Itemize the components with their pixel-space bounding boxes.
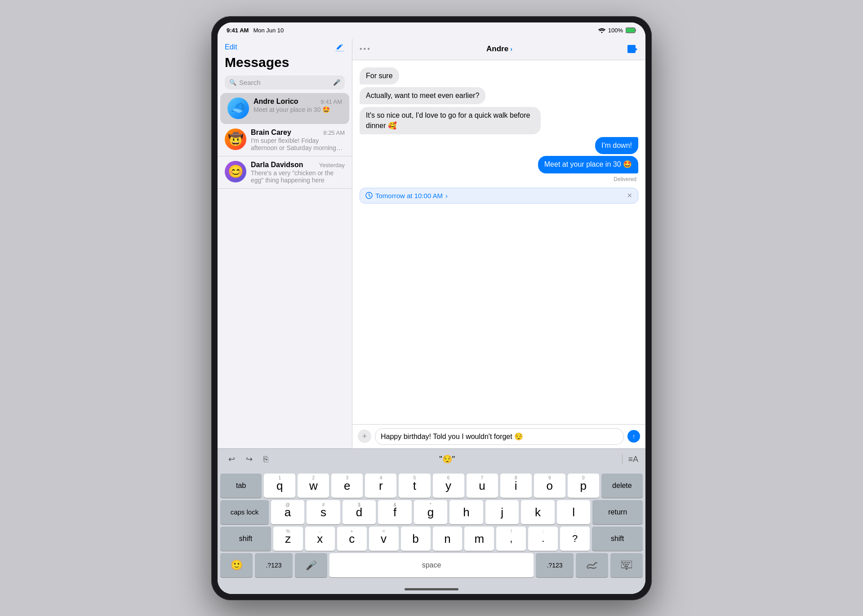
key-r[interactable]: 4r xyxy=(365,474,396,498)
conv-time-darla: Yesterday xyxy=(319,162,345,168)
key-g[interactable]: *g xyxy=(414,500,448,524)
key-m[interactable]: m xyxy=(464,527,494,551)
status-left: 9:41 AM Mon Jun 10 xyxy=(227,27,284,34)
chevron-right-icon: › xyxy=(510,45,512,53)
key-microphone[interactable]: 🎤 xyxy=(295,553,327,577)
key-delete[interactable]: delete xyxy=(601,474,643,498)
key-l[interactable]: l xyxy=(557,500,591,524)
key-i[interactable]: 8i xyxy=(500,474,532,498)
key-shift-right[interactable]: shift xyxy=(592,527,643,551)
key-shift-left[interactable]: shift xyxy=(220,527,271,551)
key-v[interactable]: =v xyxy=(369,527,399,551)
conversation-item-brain[interactable]: 🤠 Brain Carey 8:25 AM I'm super flexible… xyxy=(218,124,352,156)
compose-icon[interactable] xyxy=(335,42,345,52)
svg-rect-7 xyxy=(627,562,628,563)
search-placeholder: Search xyxy=(239,79,330,86)
key-q[interactable]: 1q xyxy=(264,474,295,498)
key-e[interactable]: 3e xyxy=(331,474,363,498)
message-input-box[interactable]: Happy birthday! Told you I wouldn't forg… xyxy=(375,428,624,445)
key-j[interactable]: j xyxy=(485,500,519,524)
status-time: 9:41 AM xyxy=(227,27,249,34)
keyboard-toolbar: ↩ ↪ ⎘ "😌" ≡A xyxy=(218,448,645,470)
avatar-brain: 🤠 xyxy=(225,129,246,150)
message-input-area: + Happy birthday! Told you I wouldn't fo… xyxy=(352,424,645,448)
key-w[interactable]: 2w xyxy=(298,474,329,498)
key-z[interactable]: %z xyxy=(273,527,303,551)
conversation-item-andre[interactable]: 🧢 Andre Lorico 9:41 AM Meet at your plac… xyxy=(220,93,349,124)
status-date: Mon Jun 10 xyxy=(253,27,284,34)
keyboard: tab 1q 2w 3e 4r 5t 6y 7u 8i 9o 0p delete… xyxy=(218,470,645,585)
key-d[interactable]: $d xyxy=(343,500,376,524)
svg-rect-11 xyxy=(627,564,629,565)
keyboard-icon xyxy=(621,561,632,570)
key-p[interactable]: 0p xyxy=(568,474,599,498)
attach-button[interactable]: + xyxy=(358,430,371,443)
video-call-icon[interactable] xyxy=(627,45,638,53)
key-a[interactable]: @a xyxy=(271,500,305,524)
delivered-label: Delivered xyxy=(614,176,638,182)
message-input-text[interactable]: Happy birthday! Told you I wouldn't forg… xyxy=(375,429,623,444)
key-u[interactable]: 7u xyxy=(467,474,498,498)
key-tab[interactable]: tab xyxy=(220,474,262,498)
conv-name-row: Andre Lorico 9:41 AM xyxy=(254,97,342,106)
key-c[interactable]: +c xyxy=(337,527,367,551)
search-bar[interactable]: 🔍 Search 🎤 xyxy=(225,75,345,89)
scheduled-chevron: › xyxy=(445,192,448,199)
ipad-screen: 9:41 AM Mon Jun 10 100% Edit xyxy=(218,22,645,594)
status-bar: 9:41 AM Mon Jun 10 100% xyxy=(218,22,645,39)
send-arrow-icon: ↑ xyxy=(632,433,636,440)
emoji-suggest-text: "😌" xyxy=(439,454,455,464)
key-keyboard-switch[interactable] xyxy=(610,553,643,577)
key-b[interactable]: b xyxy=(401,527,431,551)
main-content: Edit Messages 🔍 Search 🎤 xyxy=(218,39,645,448)
key-num123-left[interactable]: .?123 xyxy=(255,553,293,577)
key-o[interactable]: 9o xyxy=(534,474,565,498)
key-n[interactable]: n xyxy=(433,527,463,551)
scheduled-banner: Tomorrow at 10:00 AM › ✕ xyxy=(360,188,638,204)
key-colon-period[interactable]: :. xyxy=(528,527,558,551)
chat-header: ••• Andre › xyxy=(352,39,645,60)
svg-rect-12 xyxy=(624,566,628,567)
key-caps-lock[interactable]: caps lock xyxy=(220,500,269,524)
conv-info-andre: Andre Lorico 9:41 AM Meet at your place … xyxy=(254,97,342,113)
key-x[interactable]: -x xyxy=(305,527,335,551)
message-1: For sure xyxy=(360,67,399,84)
undo-button[interactable]: ↩ xyxy=(225,452,239,466)
key-s[interactable]: #s xyxy=(307,500,340,524)
mic-icon: 🎤 xyxy=(333,79,340,86)
key-emoji[interactable]: 🙂 xyxy=(220,553,253,577)
message-4: I'm down! xyxy=(595,137,638,154)
toolbar-divider xyxy=(622,454,623,465)
key-y[interactable]: 6y xyxy=(433,474,464,498)
conv-info-brain: Brain Carey 8:25 AM I'm super flexible! … xyxy=(251,129,345,151)
key-return[interactable]: return xyxy=(592,500,643,524)
send-button[interactable]: ↑ xyxy=(627,430,640,443)
messages-area: For sure Actually, want to meet even ear… xyxy=(352,60,645,424)
chat-contact-name[interactable]: Andre › xyxy=(486,44,512,53)
key-scribble[interactable] xyxy=(576,553,608,577)
key-question[interactable]: ;? xyxy=(560,527,590,551)
svg-rect-5 xyxy=(622,562,623,563)
home-bar xyxy=(218,585,645,594)
redo-button[interactable]: ↪ xyxy=(242,452,256,466)
edit-button[interactable]: Edit xyxy=(225,43,237,51)
toolbar-left: ↩ ↪ ⎘ xyxy=(225,452,272,466)
avatar-andre: 🧢 xyxy=(227,97,249,119)
conversation-item-darla[interactable]: 😊 Darla Davidson Yesterday There's a ver… xyxy=(218,156,352,189)
key-space[interactable]: space xyxy=(329,553,534,577)
clipboard-button[interactable]: ⎘ xyxy=(260,453,272,466)
format-button[interactable]: ≡A xyxy=(628,455,638,464)
key-t[interactable]: 5t xyxy=(399,474,430,498)
key-excl-comma[interactable]: !, xyxy=(496,527,526,551)
key-k[interactable]: k xyxy=(521,500,555,524)
key-f[interactable]: &f xyxy=(378,500,412,524)
scheduled-close-button[interactable]: ✕ xyxy=(627,192,632,199)
svg-rect-8 xyxy=(629,562,630,563)
header-dots: ••• xyxy=(360,45,371,53)
ipad-device: 9:41 AM Mon Jun 10 100% Edit xyxy=(211,16,652,600)
svg-rect-9 xyxy=(623,564,624,565)
message-3: It's so nice out, I'd love to go for a q… xyxy=(360,107,541,134)
scribble-icon xyxy=(586,560,598,570)
key-num123-right[interactable]: .?123 xyxy=(536,553,574,577)
key-h[interactable]: h xyxy=(449,500,483,524)
